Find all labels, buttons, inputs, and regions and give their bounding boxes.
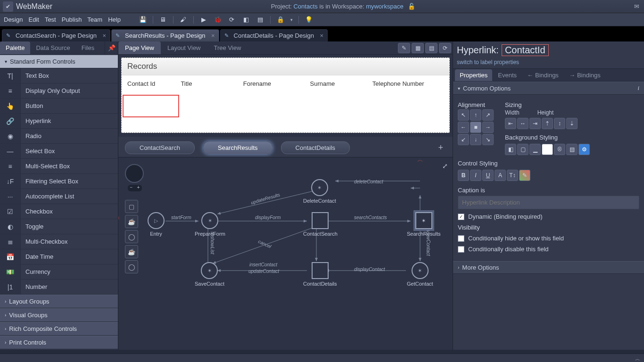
menu-test[interactable]: Test xyxy=(45,16,56,23)
align-c[interactable]: ■ xyxy=(470,122,481,133)
mail-icon[interactable]: ✉ xyxy=(634,3,639,10)
add-flow-icon[interactable]: + xyxy=(438,143,443,153)
style-underline[interactable]: U xyxy=(482,170,494,181)
node-getcontact[interactable]: ✶GetContact xyxy=(407,262,433,287)
info-icon[interactable]: i xyxy=(637,84,639,92)
palette-item-button[interactable]: 👆Button xyxy=(0,99,118,114)
play-icon[interactable]: ▶ xyxy=(199,16,208,23)
palette-item-display[interactable]: ≡Display Only Output xyxy=(0,83,118,99)
node-deletecontact[interactable]: ✶DeleteContact xyxy=(303,179,336,204)
caption-input[interactable] xyxy=(458,196,639,209)
save-icon[interactable]: 💾 xyxy=(139,16,147,23)
style-italic[interactable]: I xyxy=(470,170,481,181)
selected-field-contactid[interactable] xyxy=(123,95,179,117)
align-br[interactable]: ↘ xyxy=(482,134,494,145)
align-l[interactable]: ← xyxy=(458,122,469,133)
palette-item-number[interactable]: |1Number xyxy=(0,280,118,295)
palette-item-multicheckbox[interactable]: ≣Multi-Checkbox xyxy=(0,234,118,249)
menu-team[interactable]: Team xyxy=(87,16,102,23)
col-surname[interactable]: Surname xyxy=(310,80,372,87)
col-title[interactable]: Title xyxy=(181,80,243,87)
bulb-icon[interactable]: 💡 xyxy=(305,16,313,23)
menu-publish[interactable]: Publish xyxy=(62,16,82,23)
palette-section-visual[interactable]: ›Visual Groups xyxy=(0,308,118,322)
align-bl[interactable]: ↙ xyxy=(458,134,469,145)
height-auto[interactable]: ↕ xyxy=(554,118,565,129)
bg-settings[interactable]: ⚙ xyxy=(578,144,590,155)
element-name[interactable]: ContactId xyxy=(502,44,549,56)
align-tl[interactable]: ↖ xyxy=(458,109,469,121)
flow-pill-contactsearch[interactable]: ContactSearch xyxy=(125,141,195,154)
menu-edit[interactable]: Edit xyxy=(28,16,39,23)
palette-item-toggle[interactable]: ◐Toggle xyxy=(0,219,118,234)
bg-border[interactable]: ▢ xyxy=(517,144,528,155)
palette-item-selectbox[interactable]: —Select Box xyxy=(0,144,118,159)
bg-none[interactable] xyxy=(542,144,553,155)
tab-layoutview[interactable]: Layout View xyxy=(161,41,207,54)
style-bold[interactable]: B xyxy=(458,170,469,181)
collapse-icon[interactable]: ︿ xyxy=(635,355,640,362)
bg-underline[interactable]: ▁ xyxy=(529,144,541,155)
workspace-link[interactable]: myworkspace xyxy=(366,3,403,10)
dynamic-checkbox[interactable]: ✓ xyxy=(458,214,464,220)
cond-hide-checkbox[interactable] xyxy=(458,235,464,242)
layout1-tool[interactable]: ▦ xyxy=(412,43,424,53)
node-contactsearch[interactable]: ContactSearch xyxy=(303,212,338,237)
project-link[interactable]: Contacts xyxy=(293,3,317,10)
width-grow[interactable]: ⇥ xyxy=(529,118,541,129)
lock2-icon[interactable]: 🔒 xyxy=(276,16,285,23)
style-size[interactable]: T↕ xyxy=(507,170,518,181)
style-font[interactable]: A xyxy=(495,170,506,181)
cond-disable-checkbox[interactable] xyxy=(458,246,464,253)
window-icon[interactable]: ◧ xyxy=(242,16,250,23)
node-entry[interactable]: ▷Entry xyxy=(148,212,165,237)
flow-diagram[interactable]: ⤢ ‹ ︿ −+ ▢ ☕ ◯ ☕ ◯ ▷Entry xyxy=(118,157,453,350)
refresh-icon[interactable]: ⟳ xyxy=(228,16,236,23)
style-color[interactable]: ✎ xyxy=(519,170,530,181)
col-forename[interactable]: Forename xyxy=(243,80,310,87)
node-contactdetails[interactable]: ContactDetails xyxy=(303,262,337,287)
palette-section-standard[interactable]: ▾Standard Form Controls xyxy=(0,55,118,68)
palette-item-checkbox[interactable]: ☑Checkbox xyxy=(0,204,118,219)
group-more[interactable]: ›More Options xyxy=(453,261,644,274)
palette-item-filterselect[interactable]: ↓FFiltering Select Box xyxy=(0,174,118,189)
stack-icon[interactable]: ▤ xyxy=(256,16,264,23)
monitor-icon[interactable]: 🖥 xyxy=(159,16,167,23)
left-tab-palette[interactable]: Palette xyxy=(0,41,30,54)
palette-item-datetime[interactable]: 📅Date Time xyxy=(0,249,118,264)
align-b[interactable]: ↓ xyxy=(470,134,481,145)
tab-bindings-out[interactable]: →Bindings xyxy=(564,69,605,81)
palette-section-rich[interactable]: ›Rich Composite Controls xyxy=(0,322,118,336)
refresh-tool[interactable]: ⟳ xyxy=(439,43,451,53)
lock-icon[interactable]: 🔓 xyxy=(408,3,415,10)
align-tr[interactable]: ↗ xyxy=(482,109,494,121)
flow-pill-searchresults[interactable]: SearchResults xyxy=(203,141,272,154)
height-grow[interactable]: ⇣ xyxy=(566,118,578,129)
palette-item-multiselect[interactable]: ≡Multi-Select Box xyxy=(0,159,118,174)
palette-item-currency[interactable]: 💵Currency xyxy=(0,264,118,280)
bg-shadow[interactable]: ▤ xyxy=(566,144,578,155)
h-scrollbar[interactable] xyxy=(0,350,644,354)
bg-fill[interactable]: ◧ xyxy=(505,144,516,155)
align-r[interactable]: → xyxy=(482,122,494,133)
align-t[interactable]: ↑ xyxy=(470,109,481,121)
height-shrink[interactable]: ⇡ xyxy=(542,118,553,129)
edit-tool[interactable]: ✎ xyxy=(398,43,410,53)
node-searchresults[interactable]: ✶SearchResults xyxy=(407,212,441,237)
flow-pill-contactdetails[interactable]: ContactDetails xyxy=(281,141,350,154)
tab-treeview[interactable]: Tree View xyxy=(207,41,248,54)
tab-properties[interactable]: Properties xyxy=(455,69,492,81)
brush-icon[interactable]: 🖌 xyxy=(179,16,188,23)
width-shrink[interactable]: ⇤ xyxy=(505,118,516,129)
layout2-tool[interactable]: ▤ xyxy=(425,43,438,53)
bg-rounded[interactable]: ® xyxy=(554,144,565,155)
palette-item-autocomplete[interactable]: ···Autocomplete List xyxy=(0,189,118,204)
col-telephone[interactable]: Telephone Number xyxy=(372,80,444,87)
node-savecontact[interactable]: ✶SaveContact xyxy=(195,262,224,287)
palette-item-hyperlink[interactable]: 🔗Hyperlink xyxy=(0,114,118,129)
bug-icon[interactable]: 🐞 xyxy=(214,16,222,23)
editor-tab-contactdetails[interactable]: ✎ContactDetails - Page Design× xyxy=(220,29,328,41)
palette-item-textbox[interactable]: T|Text Box xyxy=(0,68,118,83)
palette-item-radio[interactable]: ◉Radio xyxy=(0,129,118,144)
tab-events[interactable]: Events xyxy=(493,69,521,81)
